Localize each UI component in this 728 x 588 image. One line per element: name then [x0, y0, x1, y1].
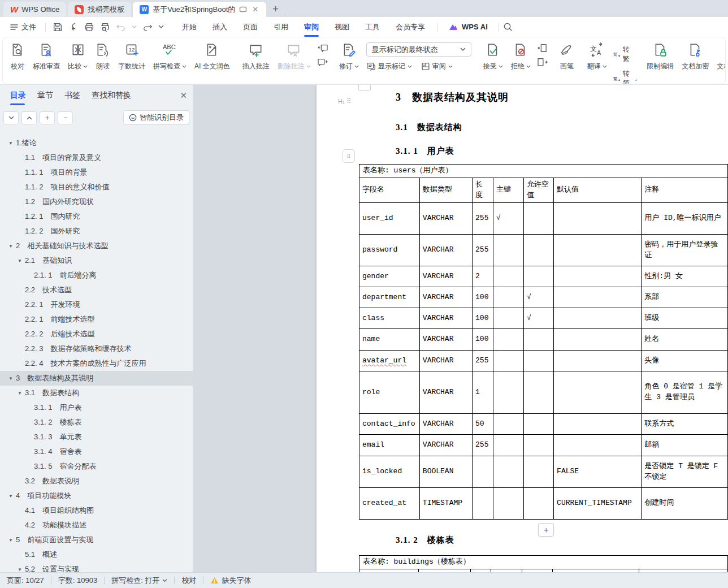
save-icon[interactable] [53, 22, 63, 32]
table-cell[interactable] [523, 203, 553, 235]
missing-font-warning[interactable]: 缺失字体 [210, 576, 251, 586]
table-cell[interactable] [554, 371, 642, 414]
export-pdf-icon[interactable] [68, 22, 79, 32]
expand-all-button[interactable] [21, 111, 37, 124]
toc-item[interactable]: 4.2 功能模块描述 [0, 518, 193, 533]
toc-item[interactable]: 4.1 项目组织结构图 [0, 503, 193, 518]
table-cell[interactable] [473, 456, 493, 488]
table-cell[interactable] [493, 287, 523, 308]
menu-item-page[interactable]: 页面 [235, 19, 266, 36]
toc-item[interactable]: ▼3.1 数据表结构 [0, 386, 193, 400]
print-icon[interactable] [84, 22, 94, 32]
toc-item[interactable]: 3.2 数据表说明 [0, 474, 193, 488]
next-comment-icon[interactable] [317, 58, 328, 67]
table-cell[interactable]: VARCHAR [419, 235, 472, 266]
toc-caret-icon[interactable]: ▼ [15, 567, 25, 572]
table-cell[interactable] [554, 351, 642, 371]
table-cell[interactable]: contact_info [359, 414, 420, 435]
tab-docer-templates[interactable]: 找稻壳模板 [68, 2, 131, 17]
compare-button[interactable]: 比较 [64, 37, 92, 84]
table-cell[interactable]: 255 [473, 435, 493, 456]
column-header[interactable]: 注释 [642, 178, 728, 203]
group-expand-icon[interactable]: ⌟ [635, 75, 639, 84]
column-header[interactable]: 数据类型 [419, 178, 472, 203]
table-cell[interactable]: FALSE [554, 456, 642, 488]
spellcheck-indicator[interactable]: 拼写检查: 打开 [111, 576, 167, 586]
track-changes-button[interactable]: 修订 [335, 37, 363, 84]
doc-heading-users-table[interactable]: 3.1. 1 用户表 [396, 146, 454, 157]
table-cell[interactable]: VARCHAR [419, 329, 472, 351]
table-cell[interactable]: is_locked [359, 456, 420, 488]
close-tab-icon[interactable]: ✕ [251, 5, 259, 14]
toc-item[interactable]: ▼4 项目功能模块 [0, 488, 193, 503]
table-cell[interactable]: 邮箱 [642, 435, 728, 456]
toc-item[interactable]: 2.2. 2 后端技术选型 [0, 327, 193, 341]
word-count-button[interactable]: 12 字数统计 [114, 37, 149, 84]
table-cell[interactable] [493, 371, 523, 414]
toc-item[interactable]: 1.1. 2 项目的意义和价值 [0, 180, 193, 194]
toc-caret-icon[interactable]: ▼ [6, 494, 16, 499]
table-cell[interactable] [523, 329, 553, 351]
users-table[interactable]: 表名称: users（用户表）字段名数据类型长度主键允许空值默认值注释user_… [359, 164, 728, 520]
table-cell[interactable]: √ [523, 287, 553, 308]
table-cell[interactable] [523, 266, 553, 287]
table-cell[interactable]: 100 [473, 329, 493, 351]
table-cell[interactable] [493, 351, 523, 371]
table-cell[interactable]: 100 [473, 287, 493, 308]
review-panel-button[interactable]: 审阅 [421, 62, 453, 71]
redo-caret-icon[interactable] [158, 25, 164, 29]
table-cell[interactable]: VARCHAR [419, 308, 472, 329]
menu-item-member[interactable]: 会员专享 [388, 19, 433, 36]
table-cell[interactable] [493, 329, 523, 351]
sidebar-tab-bookmarks[interactable]: 书签 [59, 86, 86, 105]
toc-item[interactable]: ▼5.2 设置与实现 [0, 562, 193, 572]
undo-icon[interactable] [116, 23, 126, 32]
tab-list-caret-icon[interactable] [283, 13, 289, 17]
file-menu[interactable]: 文件 [6, 22, 41, 32]
translate-button[interactable]: 文A 翻译 [583, 37, 611, 84]
table-cell[interactable] [493, 456, 523, 488]
to-traditional-button[interactable]: 简 转繁 [613, 45, 632, 64]
table-cell[interactable] [359, 569, 419, 573]
table-cell[interactable]: 用户 ID,唯一标识用户 [642, 203, 728, 235]
table-cell[interactable] [554, 203, 642, 235]
table-cell[interactable] [523, 351, 553, 371]
table-cell[interactable] [523, 488, 553, 520]
toc-item[interactable]: 3.1. 5 宿舍分配表 [0, 459, 193, 474]
buildings-table[interactable]: 表名称: buildings（楼栋表） [359, 555, 728, 572]
table-cell[interactable] [491, 569, 522, 573]
doc-heading-section[interactable]: 3.1 数据表结构 [396, 122, 462, 133]
table-cell[interactable]: VARCHAR [419, 414, 472, 435]
sidebar-tab-toc[interactable]: 目录 [5, 86, 32, 105]
toc-item[interactable]: ▼2.1 基础知识 [0, 253, 193, 268]
column-header[interactable]: 主键 [493, 178, 523, 203]
toc-item[interactable]: 2.2. 3 数据存储策略和缓存技术 [0, 341, 193, 356]
table-cell[interactable]: gender [359, 266, 420, 287]
block-drag-handle[interactable]: ⠿ [343, 149, 355, 163]
menu-item-reference[interactable]: 引用 [266, 19, 296, 36]
table-cell[interactable]: role [359, 371, 420, 414]
doc-permission-button[interactable]: 文档权限 [713, 37, 726, 84]
toc-item[interactable]: 3.1. 1 用户表 [0, 400, 193, 415]
print-preview-icon[interactable] [100, 22, 110, 32]
standard-review-button[interactable]: 标准审查 [29, 37, 64, 84]
table-cell[interactable] [473, 488, 493, 520]
toc-item[interactable]: ▼5 前端页面设置与实现 [0, 533, 193, 547]
toc-item[interactable]: ▼1.绪论 [0, 136, 193, 150]
previous-revision-icon[interactable] [537, 44, 548, 53]
pin-window-icon[interactable] [239, 6, 247, 13]
table-cell[interactable]: BOOLEAN [419, 456, 472, 488]
menu-item-review[interactable]: 审阅 [296, 19, 327, 36]
table-cell[interactable]: 50 [473, 414, 493, 435]
encrypt-doc-button[interactable]: 文档加密 [678, 37, 713, 84]
table-cell[interactable]: 100 [473, 308, 493, 329]
table-cell[interactable] [554, 435, 642, 456]
toc-item[interactable]: 3.1. 3 单元表 [0, 430, 193, 444]
wps-ai-button[interactable]: WPS AI [443, 23, 493, 31]
toc-caret-icon[interactable]: ▼ [6, 244, 16, 249]
table-cell[interactable] [554, 235, 642, 266]
doc-heading-chapter[interactable]: 3 数据表结构及其说明 [396, 90, 509, 104]
previous-comment-icon[interactable] [317, 44, 328, 53]
accept-button[interactable]: 接受 [479, 37, 507, 84]
table-cell[interactable] [554, 329, 642, 351]
